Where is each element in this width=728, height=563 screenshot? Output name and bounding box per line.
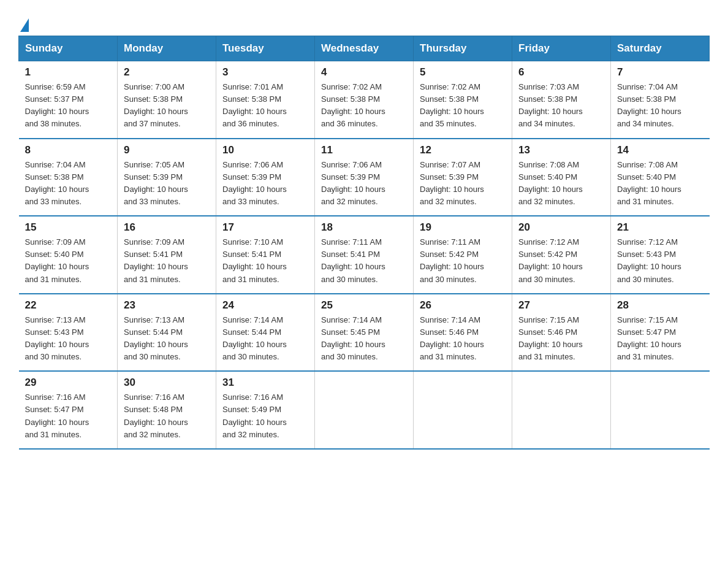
day-info: Sunrise: 7:03 AMSunset: 5:38 PMDaylight:…: [518, 81, 604, 131]
page-header: [18, 12, 710, 29]
day-info: Sunrise: 7:02 AMSunset: 5:38 PMDaylight:…: [420, 81, 506, 131]
day-number: 1: [25, 66, 112, 79]
weekday-header-saturday: Saturday: [611, 36, 710, 61]
day-info: Sunrise: 7:14 AMSunset: 5:45 PMDaylight:…: [321, 314, 407, 364]
day-info: Sunrise: 7:02 AMSunset: 5:38 PMDaylight:…: [321, 81, 407, 131]
calendar-cell: 21Sunrise: 7:12 AMSunset: 5:43 PMDayligh…: [611, 216, 710, 294]
calendar-cell: 7Sunrise: 7:04 AMSunset: 5:38 PMDaylight…: [611, 61, 710, 139]
calendar-cell: 12Sunrise: 7:07 AMSunset: 5:39 PMDayligh…: [414, 139, 512, 216]
day-number: 10: [222, 144, 308, 156]
day-info: Sunrise: 7:14 AMSunset: 5:44 PMDaylight:…: [222, 314, 308, 364]
day-number: 20: [518, 221, 604, 234]
calendar-cell: 5Sunrise: 7:02 AMSunset: 5:38 PMDaylight…: [414, 61, 512, 139]
weekday-header-row: SundayMondayTuesdayWednesdayThursdayFrid…: [19, 36, 710, 61]
weekday-header-monday: Monday: [118, 36, 216, 61]
day-number: 27: [518, 299, 604, 312]
day-info: Sunrise: 7:08 AMSunset: 5:40 PMDaylight:…: [518, 159, 604, 209]
day-number: 6: [518, 66, 604, 79]
day-number: 19: [420, 221, 506, 234]
day-number: 18: [321, 221, 407, 234]
weekday-header-sunday: Sunday: [19, 36, 118, 61]
calendar-cell: 26Sunrise: 7:14 AMSunset: 5:46 PMDayligh…: [414, 294, 512, 372]
day-number: 12: [420, 144, 506, 156]
calendar-cell: [414, 371, 512, 449]
day-info: Sunrise: 7:04 AMSunset: 5:38 PMDaylight:…: [25, 159, 112, 209]
day-number: 7: [617, 66, 703, 79]
calendar-cell: 27Sunrise: 7:15 AMSunset: 5:46 PMDayligh…: [512, 294, 611, 372]
day-number: 26: [420, 299, 506, 312]
day-info: Sunrise: 7:14 AMSunset: 5:46 PMDaylight:…: [420, 314, 506, 364]
calendar-cell: 31Sunrise: 7:16 AMSunset: 5:49 PMDayligh…: [216, 371, 315, 449]
day-info: Sunrise: 7:09 AMSunset: 5:41 PMDaylight:…: [124, 236, 210, 286]
day-info: Sunrise: 7:13 AMSunset: 5:44 PMDaylight:…: [124, 314, 210, 364]
calendar-cell: [512, 371, 611, 449]
calendar-cell: 11Sunrise: 7:06 AMSunset: 5:39 PMDayligh…: [315, 139, 414, 216]
calendar-cell: 20Sunrise: 7:12 AMSunset: 5:42 PMDayligh…: [512, 216, 611, 294]
calendar-week-row: 22Sunrise: 7:13 AMSunset: 5:43 PMDayligh…: [19, 294, 710, 372]
day-number: 24: [222, 299, 308, 312]
day-info: Sunrise: 7:04 AMSunset: 5:38 PMDaylight:…: [617, 81, 703, 131]
calendar-cell: 30Sunrise: 7:16 AMSunset: 5:48 PMDayligh…: [118, 371, 216, 449]
day-info: Sunrise: 7:05 AMSunset: 5:39 PMDaylight:…: [124, 159, 210, 209]
day-info: Sunrise: 7:13 AMSunset: 5:43 PMDaylight:…: [25, 314, 112, 364]
weekday-header-tuesday: Tuesday: [216, 36, 315, 61]
day-number: 25: [321, 299, 407, 312]
day-info: Sunrise: 7:01 AMSunset: 5:38 PMDaylight:…: [222, 81, 308, 131]
calendar-table: SundayMondayTuesdayWednesdayThursdayFrid…: [18, 36, 710, 450]
day-info: Sunrise: 7:10 AMSunset: 5:41 PMDaylight:…: [222, 236, 308, 286]
calendar-cell: 18Sunrise: 7:11 AMSunset: 5:41 PMDayligh…: [315, 216, 414, 294]
calendar-cell: 9Sunrise: 7:05 AMSunset: 5:39 PMDaylight…: [118, 139, 216, 216]
day-info: Sunrise: 7:08 AMSunset: 5:40 PMDaylight:…: [617, 159, 703, 209]
day-info: Sunrise: 7:06 AMSunset: 5:39 PMDaylight:…: [321, 159, 407, 209]
weekday-header-wednesday: Wednesday: [315, 36, 414, 61]
day-info: Sunrise: 7:11 AMSunset: 5:42 PMDaylight:…: [420, 236, 506, 286]
day-number: 22: [25, 299, 112, 312]
calendar-cell: 29Sunrise: 7:16 AMSunset: 5:47 PMDayligh…: [19, 371, 118, 449]
day-number: 14: [617, 144, 703, 156]
day-number: 31: [222, 377, 308, 389]
day-info: Sunrise: 7:00 AMSunset: 5:38 PMDaylight:…: [124, 81, 210, 131]
day-number: 11: [321, 144, 407, 156]
day-number: 17: [222, 221, 308, 234]
calendar-cell: 2Sunrise: 7:00 AMSunset: 5:38 PMDaylight…: [118, 61, 216, 139]
day-info: Sunrise: 7:09 AMSunset: 5:40 PMDaylight:…: [25, 236, 112, 286]
day-info: Sunrise: 6:59 AMSunset: 5:37 PMDaylight:…: [25, 81, 112, 131]
day-info: Sunrise: 7:12 AMSunset: 5:43 PMDaylight:…: [617, 236, 703, 286]
day-number: 2: [124, 66, 210, 79]
day-number: 29: [25, 377, 112, 389]
day-number: 4: [321, 66, 407, 79]
calendar-cell: 24Sunrise: 7:14 AMSunset: 5:44 PMDayligh…: [216, 294, 315, 372]
logo-triangle-icon: [20, 18, 29, 32]
day-number: 28: [617, 299, 703, 312]
day-number: 30: [124, 377, 210, 389]
day-info: Sunrise: 7:06 AMSunset: 5:39 PMDaylight:…: [222, 159, 308, 209]
calendar-cell: 3Sunrise: 7:01 AMSunset: 5:38 PMDaylight…: [216, 61, 315, 139]
calendar-cell: 25Sunrise: 7:14 AMSunset: 5:45 PMDayligh…: [315, 294, 414, 372]
day-info: Sunrise: 7:16 AMSunset: 5:47 PMDaylight:…: [25, 391, 112, 441]
weekday-header-friday: Friday: [512, 36, 611, 61]
calendar-week-row: 15Sunrise: 7:09 AMSunset: 5:40 PMDayligh…: [19, 216, 710, 294]
day-number: 13: [518, 144, 604, 156]
day-number: 15: [25, 221, 112, 234]
day-number: 5: [420, 66, 506, 79]
calendar-cell: 16Sunrise: 7:09 AMSunset: 5:41 PMDayligh…: [118, 216, 216, 294]
day-info: Sunrise: 7:12 AMSunset: 5:42 PMDaylight:…: [518, 236, 604, 286]
calendar-week-row: 29Sunrise: 7:16 AMSunset: 5:47 PMDayligh…: [19, 371, 710, 449]
day-number: 23: [124, 299, 210, 312]
calendar-week-row: 8Sunrise: 7:04 AMSunset: 5:38 PMDaylight…: [19, 139, 710, 216]
calendar-cell: 14Sunrise: 7:08 AMSunset: 5:40 PMDayligh…: [611, 139, 710, 216]
day-info: Sunrise: 7:11 AMSunset: 5:41 PMDaylight:…: [321, 236, 407, 286]
calendar-cell: 1Sunrise: 6:59 AMSunset: 5:37 PMDaylight…: [19, 61, 118, 139]
calendar-cell: 10Sunrise: 7:06 AMSunset: 5:39 PMDayligh…: [216, 139, 315, 216]
weekday-header-thursday: Thursday: [414, 36, 512, 61]
day-number: 9: [124, 144, 210, 156]
logo: [18, 18, 29, 29]
day-info: Sunrise: 7:07 AMSunset: 5:39 PMDaylight:…: [420, 159, 506, 209]
calendar-cell: 22Sunrise: 7:13 AMSunset: 5:43 PMDayligh…: [19, 294, 118, 372]
calendar-cell: 19Sunrise: 7:11 AMSunset: 5:42 PMDayligh…: [414, 216, 512, 294]
day-info: Sunrise: 7:16 AMSunset: 5:48 PMDaylight:…: [124, 391, 210, 441]
day-info: Sunrise: 7:16 AMSunset: 5:49 PMDaylight:…: [222, 391, 308, 441]
day-number: 16: [124, 221, 210, 234]
calendar-week-row: 1Sunrise: 6:59 AMSunset: 5:37 PMDaylight…: [19, 61, 710, 139]
calendar-cell: [611, 371, 710, 449]
